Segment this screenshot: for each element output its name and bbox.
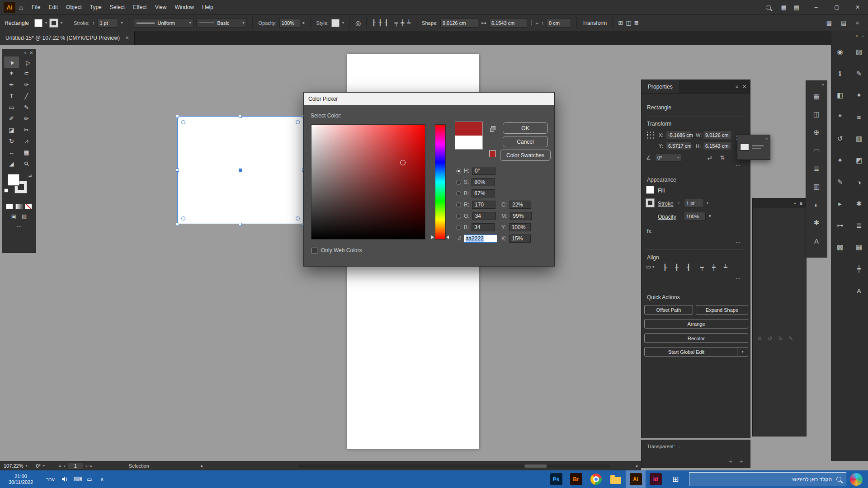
hue-slider[interactable] <box>435 124 446 239</box>
horizontal-scrollbar[interactable] <box>298 465 610 468</box>
ok-button[interactable]: OK <box>503 122 548 134</box>
x-field[interactable]: -5.1686 cm <box>666 131 691 139</box>
artboards-panel-icon[interactable]: ▦ <box>851 239 867 255</box>
rotation-dropdown-icon[interactable]: ▾ <box>43 464 45 468</box>
fill-label[interactable]: Fill <box>658 188 665 194</box>
search-icon[interactable] <box>766 5 771 10</box>
dialog-title-bar[interactable]: Color Picker <box>304 93 554 105</box>
width-profile-dropdown[interactable]: Uniform ▾ <box>134 19 193 28</box>
reference-point-widget[interactable] <box>646 131 655 140</box>
menu-effect[interactable]: Effect <box>129 0 151 14</box>
align-bottom-icon[interactable]: ┷ <box>724 264 727 270</box>
gradient-icon[interactable]: ▥ <box>809 178 824 195</box>
stroke-chevron-icon[interactable]: ▾ <box>61 21 62 25</box>
only-web-colors-checkbox[interactable] <box>311 248 317 253</box>
side-panel-menu-icon[interactable]: ≡ <box>800 201 802 206</box>
scissors-tool[interactable]: ✂ <box>19 124 34 136</box>
y-field[interactable]: 6.5717 cm <box>666 141 691 150</box>
scrollbar-thumb[interactable] <box>524 465 547 468</box>
corner-widget[interactable] <box>296 216 300 221</box>
selection-handle[interactable] <box>176 115 179 118</box>
align-h-center-icon[interactable]: ╂ <box>675 264 679 270</box>
g-radio[interactable] <box>456 214 461 219</box>
flip-vertical-icon[interactable]: ⇅ <box>720 155 725 160</box>
display-tray-icon[interactable]: ▭ <box>84 477 95 482</box>
lasso-tool[interactable]: ⊂ <box>19 68 34 79</box>
rotation-dropdown[interactable]: 0°▾ <box>655 153 681 162</box>
align-more-icon[interactable]: ⋯ <box>736 276 741 281</box>
gradient-panel-icon[interactable]: ▥ <box>851 131 867 147</box>
maximize-button[interactable]: ▢ <box>826 0 847 14</box>
constrain-proportions-icon[interactable]: ⊶ <box>481 20 486 26</box>
selection-handle[interactable] <box>176 223 179 226</box>
k-field[interactable]: 15% <box>509 235 531 243</box>
taskbar-explorer-icon[interactable] <box>606 470 626 488</box>
screen-mode-icon[interactable]: ▨ <box>22 214 27 219</box>
fill-swatch[interactable] <box>646 186 654 194</box>
eyedropper-tool[interactable]: ◢ <box>4 158 19 169</box>
corner-radius-field[interactable]: 0 cm <box>547 19 571 28</box>
edit-toolbar-icon[interactable]: ⋯ <box>16 224 22 229</box>
zoom-level[interactable]: 107.22% <box>4 463 23 469</box>
language-indicator[interactable]: עבר <box>42 477 59 482</box>
h-radio[interactable] <box>456 169 461 174</box>
menu-object[interactable]: Object <box>62 0 86 14</box>
zoom-tool[interactable]: ⚲ <box>19 158 34 169</box>
align-panel-icon[interactable]: ┿ <box>851 261 867 277</box>
opacity-link[interactable]: Opacity <box>658 214 676 220</box>
offset-path-button[interactable]: Offset Path <box>644 305 693 314</box>
align-right-icon[interactable]: ┨ <box>385 20 388 26</box>
selection-handle[interactable] <box>176 169 179 172</box>
stroke-swatch-dropdown[interactable] <box>50 19 58 27</box>
align-v-center-icon[interactable]: ┿ <box>712 264 716 270</box>
flyout-swatch-icon[interactable] <box>740 144 749 150</box>
shape-width-field[interactable]: 9.0126 cm <box>440 19 478 28</box>
clock[interactable]: 21:00 30/11/2022 <box>0 470 42 488</box>
color-swatches-button[interactable]: Color Swatches <box>500 150 551 161</box>
zoom-dropdown-icon[interactable]: ▾ <box>25 464 27 468</box>
minimize-button[interactable]: – <box>806 0 826 14</box>
symbols-icon[interactable]: ✦ <box>832 152 848 169</box>
no-color-icon[interactable]: ⊘ <box>757 336 762 341</box>
corner-widget[interactable] <box>296 120 300 124</box>
taskbar-bridge-icon[interactable]: Br <box>566 470 586 488</box>
prev-artboard-icon[interactable]: ‹ <box>64 464 66 469</box>
pattern-options-icon[interactable]: ▩ <box>832 239 848 255</box>
m-field[interactable]: 99% <box>510 212 532 220</box>
b-radio[interactable] <box>456 191 461 196</box>
hue-slider-handle[interactable] <box>431 235 434 239</box>
hue-slider-handle[interactable] <box>446 235 449 239</box>
brush-chevron-icon[interactable]: ▾ <box>242 21 244 25</box>
rotate-tool[interactable]: ↻ <box>4 136 19 147</box>
b-field[interactable]: 67% <box>472 189 495 197</box>
home-icon[interactable]: ⌂ <box>19 4 23 11</box>
character-icon[interactable]: A <box>809 233 824 249</box>
actions-icon[interactable]: ▸ <box>832 196 848 212</box>
swatches-icon[interactable]: ▨ <box>851 44 867 60</box>
align-to-dropdown[interactable]: ▭▾ <box>646 264 654 270</box>
recolor-button[interactable]: Recolor <box>644 333 748 343</box>
first-artboard-icon[interactable]: « <box>59 464 61 469</box>
align-left-icon[interactable]: ┠ <box>372 20 376 26</box>
opacity-popout-icon[interactable]: ▸ <box>709 214 712 218</box>
info-icon[interactable]: ℹ <box>832 66 848 82</box>
dock-menu-icon[interactable]: ≡ <box>862 33 864 38</box>
b2-field[interactable]: 34 <box>472 223 495 231</box>
arrange-documents-icon[interactable]: ▦ <box>781 5 786 10</box>
menu-file[interactable]: File <box>28 0 44 14</box>
align-top-icon[interactable]: ┯ <box>395 20 398 26</box>
paintbrush-tool[interactable]: ✎ <box>19 102 34 113</box>
stroke-stepper-icon[interactable]: ↕ <box>92 20 95 25</box>
next-artboard-icon[interactable]: › <box>85 464 87 469</box>
align-left-icon[interactable]: ┠ <box>663 264 667 270</box>
menu-select[interactable]: Select <box>106 0 129 14</box>
brushes-panel-icon[interactable]: ✎ <box>851 66 867 82</box>
direct-selection-tool[interactable]: △ <box>19 56 34 68</box>
stroke-panel-icon[interactable]: ≡ <box>851 109 867 125</box>
opacity-popout-icon[interactable]: ▸ <box>303 21 305 25</box>
history-icon[interactable]: ↺ <box>832 131 848 147</box>
flyout-expand-icon[interactable]: » <box>765 137 768 141</box>
taskbar-illustrator-icon[interactable]: Ai <box>626 470 646 488</box>
transparency-icon[interactable]: ◩ <box>851 152 867 169</box>
task-view-icon[interactable]: ⊞ <box>665 470 685 488</box>
